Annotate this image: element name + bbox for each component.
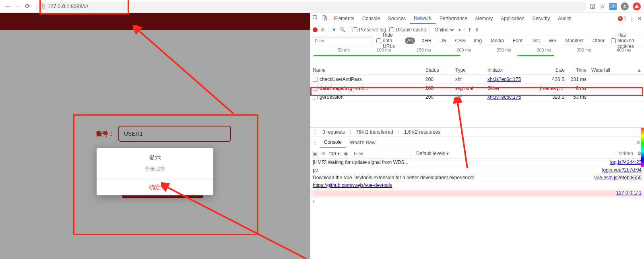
error-count[interactable]: ✕1 — [618, 16, 626, 21]
extension-red-icon[interactable] — [633, 2, 641, 10]
tab-performance[interactable]: Performance — [436, 13, 471, 24]
console-log-row: pclogin.vue?2b7d:94 — [310, 166, 644, 174]
preserve-log-checkbox[interactable]: Preserve log — [353, 27, 386, 33]
export-har-icon[interactable]: ⬇ — [475, 27, 479, 33]
network-filter-bar: Hide data URLs All XHR JS CSS Img Media … — [310, 35, 644, 46]
tab-security[interactable]: Security — [528, 13, 554, 24]
col-initiator[interactable]: Initiator — [485, 67, 537, 73]
console-source-link[interactable]: 127.0.0.1/:1 — [616, 190, 642, 197]
col-time[interactable]: Time — [567, 67, 589, 73]
site-info-icon[interactable]: i — [39, 4, 45, 9]
svg-line-2 — [137, 29, 233, 114]
devtools-tabs: Elements Console Sources Network Perform… — [310, 13, 644, 24]
col-size[interactable]: Size — [537, 67, 567, 73]
console-source-link[interactable]: login.vue?2b7d:94 — [602, 167, 642, 173]
login-form: 账号： 登 录 — [86, 126, 231, 150]
table-row[interactable]: data:image/svg+xml;...200svg+xmlOther(me… — [310, 84, 644, 93]
drawer-tabs: ⋮ Console What's New ✕ — [310, 137, 644, 148]
network-summary: ⋮ 3 requests| 764 B transferred| 1.6 kB … — [310, 127, 644, 137]
filter-img[interactable]: Img — [471, 37, 484, 44]
username-label: 账号： — [86, 130, 118, 138]
browser-toolbar: ← → ⟳ i 127.0.0.1:8088/#/ ⚿ ☆ JH — [0, 0, 644, 13]
network-filter-input[interactable] — [313, 37, 372, 44]
timeline-ruler[interactable]: 50 ms 100 ms 150 ms 200 ms 250 ms 300 ms… — [310, 46, 644, 65]
col-waterfall[interactable]: Waterfall ▲ — [589, 67, 644, 73]
reload-button[interactable]: ⟳ — [23, 2, 32, 11]
close-devtools-icon[interactable]: ✕ — [638, 16, 642, 21]
table-row[interactable]: getSession200xhrxhr.js?ec6c:175328 B53 m… — [310, 93, 644, 102]
annotation-arrow — [451, 97, 475, 170]
filter-toggle-icon[interactable]: ▼ — [332, 27, 336, 33]
bookmark-star-icon[interactable]: ☆ — [600, 2, 605, 10]
filter-other[interactable]: Other — [590, 37, 607, 44]
filter-media[interactable]: Media — [488, 37, 506, 44]
extension-jh-icon[interactable]: JH — [609, 3, 617, 10]
svg-point-0 — [624, 5, 625, 6]
filter-font[interactable]: Font — [510, 37, 525, 44]
annotation-arrow — [161, 182, 310, 259]
devtools: Elements Console Sources Network Perform… — [310, 13, 644, 259]
svg-line-7 — [457, 100, 467, 168]
search-icon[interactable]: 🔍 — [340, 27, 346, 33]
drawer-tab-console[interactable]: Console — [320, 137, 346, 148]
filter-doc[interactable]: Doc — [529, 37, 542, 44]
console-error-row: 127.0.0.1/:1 — [310, 189, 644, 198]
password-key-icon[interactable]: ⚿ — [590, 3, 596, 10]
log-levels-select[interactable]: Default levels ▾ — [416, 151, 449, 156]
url-text: 127.0.0.1:8088/#/ — [47, 3, 88, 9]
address-bar[interactable]: i 127.0.0.1:8088/#/ — [35, 2, 587, 11]
console-filter-input[interactable] — [352, 150, 412, 157]
tab-audits[interactable]: Audits — [554, 13, 575, 24]
annotation-arrow — [133, 25, 237, 118]
color-strip — [641, 128, 644, 167]
console-source-link[interactable]: vue.esm.js?efeb:8555 — [594, 175, 642, 180]
filter-css[interactable]: CSS — [452, 37, 467, 44]
forward-button[interactable]: → — [13, 2, 23, 11]
filter-ws[interactable]: WS — [546, 37, 559, 44]
filter-js[interactable]: JS — [438, 37, 448, 44]
console-source-link[interactable]: log.js?4244:23 — [610, 160, 642, 165]
tab-elements[interactable]: Elements — [330, 13, 358, 24]
profile-avatar-icon[interactable] — [621, 2, 629, 10]
col-type[interactable]: Type — [453, 67, 485, 73]
clear-icon[interactable]: ⊘ — [321, 27, 325, 33]
console-log-row: Download the Vue Devtools extension for … — [310, 174, 644, 182]
network-table-body: checkUserAndPass200xhrxhr.js?ec6c:175436… — [310, 75, 644, 127]
console-toolbar: ▣ ⊘ top ▾ ◉ Default levels ▾ 1 hidden ⚙ — [310, 148, 644, 159]
tab-application[interactable]: Application — [497, 13, 528, 24]
more-icon[interactable]: ⋮ — [630, 16, 634, 21]
console-clear-icon[interactable]: ⊘ — [321, 151, 325, 156]
toolbar-right: ⚿ ☆ JH — [590, 2, 641, 10]
table-row[interactable]: checkUserAndPass200xhrxhr.js?ec6c:175436… — [310, 75, 644, 84]
live-expression-icon[interactable]: ◉ — [344, 151, 348, 156]
device-toggle-icon[interactable] — [320, 15, 330, 22]
app-viewport: 账号： 登 录 提示 登录成功 确定 — [0, 13, 310, 259]
throttling-select[interactable]: Online — [433, 27, 455, 33]
context-select[interactable]: top ▾ — [329, 151, 340, 156]
hidden-count[interactable]: 1 hidden — [615, 151, 633, 156]
console-sidebar-icon[interactable]: ▣ — [313, 151, 317, 156]
disable-cache-checkbox[interactable]: Disable cache — [389, 27, 426, 33]
svg-line-3 — [165, 186, 306, 259]
tab-sources[interactable]: Sources — [384, 13, 410, 24]
console-body: [HMR] Waiting for update signal from WDS… — [310, 159, 644, 205]
console-link[interactable]: https://github.com/vuejs/vue-devtools — [313, 182, 392, 188]
filter-manifest[interactable]: Manifest — [563, 37, 586, 44]
tab-console[interactable]: Console — [358, 13, 384, 24]
record-button[interactable] — [313, 27, 318, 32]
drawer-more-icon[interactable]: ⋮ — [310, 140, 320, 145]
back-button[interactable]: ← — [3, 2, 13, 11]
col-name[interactable]: Name — [310, 67, 423, 73]
tab-memory[interactable]: Memory — [471, 13, 497, 24]
filter-xhr[interactable]: XHR — [419, 37, 434, 44]
console-prompt[interactable]: › — [310, 198, 644, 205]
username-input[interactable] — [118, 126, 231, 142]
drawer-tab-whatsnew[interactable]: What's New — [346, 137, 380, 148]
svg-marker-1 — [635, 4, 639, 8]
tab-network[interactable]: Network — [410, 13, 436, 24]
inspect-icon[interactable] — [310, 15, 320, 22]
col-status[interactable]: Status — [423, 67, 453, 73]
dialog-title: 提示 — [97, 148, 213, 164]
filter-all[interactable]: All — [405, 37, 415, 44]
import-har-icon[interactable]: ⬆ — [468, 27, 472, 33]
